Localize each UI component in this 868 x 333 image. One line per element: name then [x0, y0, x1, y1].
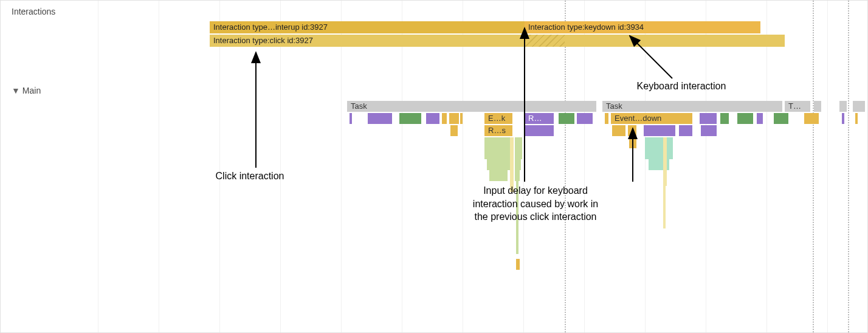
- flame-lightgreen[interactable]: [515, 137, 522, 148]
- flame-sliver[interactable]: [350, 113, 352, 124]
- flame-yellow[interactable]: [516, 259, 520, 270]
- flame-green[interactable]: [774, 113, 788, 124]
- flame-purple[interactable]: [644, 125, 675, 136]
- flame-yellow[interactable]: [804, 113, 819, 124]
- flame-purple[interactable]: [700, 113, 717, 124]
- flame-purple[interactable]: [757, 113, 763, 124]
- flame-lightgreen[interactable]: [484, 137, 512, 148]
- flame-green[interactable]: [737, 113, 753, 124]
- flame-green[interactable]: [399, 113, 421, 124]
- interactions-track-label: Interactions: [12, 7, 55, 16]
- flame-purple[interactable]: [426, 113, 439, 124]
- task-bar-3[interactable]: T…: [785, 101, 810, 112]
- flame-yellow[interactable]: [442, 113, 447, 124]
- flame-purple[interactable]: [525, 125, 554, 136]
- flame-paleyellow[interactable]: [663, 137, 667, 186]
- flame-lightgreen[interactable]: [489, 170, 508, 181]
- flame-yellow[interactable]: [629, 137, 636, 148]
- flame-yellow[interactable]: [450, 125, 458, 136]
- flame-yellow[interactable]: [449, 113, 459, 124]
- flame-green[interactable]: [559, 113, 574, 124]
- bar-rs[interactable]: R…s: [484, 125, 512, 136]
- event-bar-ek[interactable]: E…k: [484, 113, 512, 124]
- task-sliver-b[interactable]: [839, 101, 847, 112]
- flame-yellow[interactable]: [605, 113, 608, 124]
- main-track-label[interactable]: ▼Main: [12, 86, 41, 95]
- main-thread-track[interactable]: Task Task T… E…k R… Event…down R…s: [1, 101, 867, 332]
- flame-yellow[interactable]: [612, 125, 625, 136]
- flame-purple[interactable]: [701, 125, 717, 136]
- flame-purple[interactable]: [679, 125, 692, 136]
- annotation-input-delay: Input delay for keyboard interaction cau…: [450, 184, 621, 224]
- flame-yellow[interactable]: [855, 113, 858, 124]
- flame-lightgreen[interactable]: [515, 159, 521, 170]
- bar-r[interactable]: R…: [525, 113, 554, 124]
- flame-mint[interactable]: [645, 148, 673, 159]
- task-sliver-a[interactable]: [814, 101, 821, 112]
- flame-purple[interactable]: [577, 113, 593, 124]
- flame-purple[interactable]: [842, 113, 844, 124]
- task-bar-1[interactable]: Task: [347, 101, 596, 112]
- flame-lightgreen[interactable]: [515, 148, 522, 159]
- flame-green[interactable]: [720, 113, 729, 124]
- annotation-keyboard: Keyboard interaction: [621, 80, 742, 93]
- annotation-click: Click interaction: [195, 170, 305, 183]
- flame-purple[interactable]: [368, 113, 392, 124]
- flame-lightgreen[interactable]: [487, 159, 510, 170]
- caret-down-icon[interactable]: ▼: [12, 86, 20, 95]
- flame-yellow[interactable]: [460, 113, 463, 124]
- task-bar-2[interactable]: Task: [602, 101, 782, 112]
- interaction-bar-pointerup[interactable]: Interaction type…interup id:3927: [210, 21, 525, 33]
- flame-yellow[interactable]: [628, 125, 636, 136]
- interaction-bar-click[interactable]: Interaction type:click id:3927: [210, 35, 785, 47]
- performance-panel[interactable]: Interactions Interaction type…interup id…: [0, 0, 868, 333]
- interaction-bar-keydown[interactable]: Interaction type:keydown id:3934: [525, 21, 760, 33]
- interaction-click-hatched-region: [525, 35, 565, 47]
- flame-lightgreen[interactable]: [484, 148, 512, 159]
- task-sliver-c[interactable]: [853, 101, 865, 112]
- flame-paleyellow[interactable]: [663, 186, 666, 228]
- event-down-bar[interactable]: Event…down: [611, 113, 692, 124]
- interactions-track[interactable]: Interaction type…interup id:3927 Interac…: [1, 21, 867, 58]
- flame-mint[interactable]: [645, 137, 673, 148]
- flame-lightgreen[interactable]: [515, 170, 520, 181]
